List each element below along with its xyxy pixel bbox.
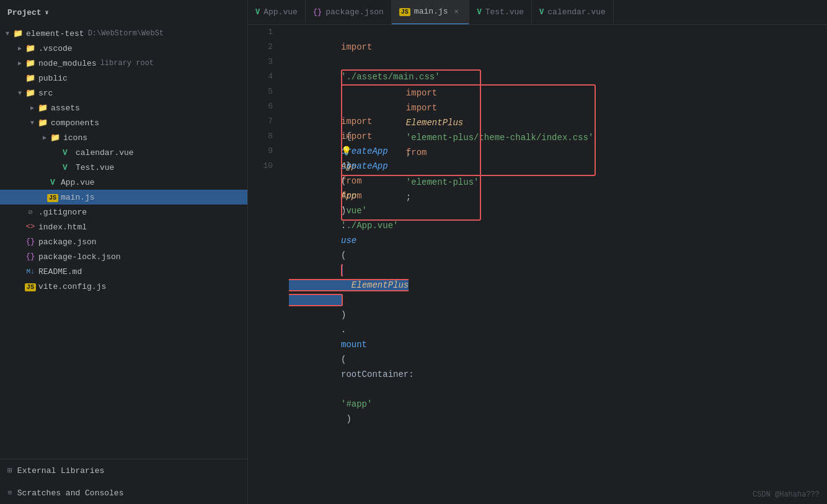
close-tab-button[interactable]: ✕	[451, 7, 461, 17]
tree-label-suffix: library root	[100, 59, 154, 68]
line-num-5: 5	[248, 84, 273, 99]
gitignore-icon: ⊘	[25, 208, 36, 217]
tab-app-vue[interactable]: V App.vue	[248, 0, 306, 25]
scratches-icon: ≡	[7, 489, 12, 498]
tree-item-vite-config[interactable]: JS vite.config.js	[0, 279, 247, 294]
tree-item-gitignore[interactable]: ⊘ .gitignore	[0, 205, 247, 219]
tree-item-readme[interactable]: M↓ README.md	[0, 264, 247, 279]
param-label: rootContainer:	[341, 369, 414, 379]
external-libraries-icon: ⊞	[7, 466, 12, 475]
string: 'element-plus'	[406, 177, 479, 187]
line-num-9: 9	[248, 144, 273, 159]
string-app: '#app'	[341, 399, 372, 409]
json-icon: {}	[25, 252, 36, 261]
vue-tab-icon: V	[477, 8, 481, 17]
keyword-import: import	[341, 42, 372, 52]
folder-icon: 📁	[25, 43, 36, 53]
tab-label: main.js	[414, 7, 448, 16]
tree-item-main-js[interactable]: JS main.js	[0, 190, 247, 205]
tree-item-assets[interactable]: ▶ 📁 assets	[0, 100, 247, 115]
tree-label: vite.config.js	[38, 282, 106, 291]
folder-icon: 📁	[25, 58, 36, 68]
punct: .	[341, 325, 346, 335]
tree-item-package-json[interactable]: {} package.json	[0, 234, 247, 249]
fn-use: use	[341, 236, 356, 245]
semicolon: ;	[406, 192, 411, 202]
tree-label: .gitignore	[38, 208, 87, 217]
line-num-3: 3	[248, 55, 273, 69]
arrow-icon: ▶	[40, 134, 50, 141]
tree-item-test-vue[interactable]: V Test.vue	[0, 160, 247, 175]
punct	[406, 162, 411, 172]
tree-label: components	[51, 118, 99, 128]
tree-item-icons[interactable]: ▶ 📁 icons	[0, 130, 247, 145]
sidebar-header[interactable]: Project ∨	[0, 0, 247, 25]
arrow-spacer	[15, 268, 25, 275]
arrow-spacer	[50, 164, 60, 171]
tree-item-src[interactable]: ▼ 📁 src	[0, 86, 247, 100]
tab-bar: V App.vue {} package.json JS main.js ✕ V…	[248, 0, 827, 25]
arrow-icon: ▶	[27, 104, 37, 112]
tree-label: main.js	[61, 193, 95, 202]
arrow-icon: ▶	[15, 45, 25, 52]
external-libraries-label: External Libraries	[17, 466, 104, 475]
arrow-spacer	[15, 209, 25, 216]
scratches-consoles-item[interactable]: ≡ Scratches and Consoles	[0, 482, 247, 504]
chevron-down-icon: ∨	[45, 9, 49, 16]
line-num-10: 10	[248, 159, 273, 174]
punct	[406, 133, 411, 143]
tree-item-app-vue[interactable]: V App.vue	[0, 175, 247, 190]
folder-icon: 📁	[25, 88, 36, 98]
line-num-1: 1	[248, 25, 273, 40]
line-num-2: 2	[248, 40, 273, 55]
tree-item-element-test[interactable]: ▼ 📁 element-test D:\WebStorm\WebSt	[0, 26, 247, 41]
tab-package-json[interactable]: {} package.json	[306, 0, 392, 25]
scratches-label: Scratches and Consoles	[17, 489, 124, 498]
tree-item-node-modules[interactable]: ▶ 📁 node_modules library root	[0, 56, 247, 71]
punct: (	[341, 250, 346, 260]
tree-item-components[interactable]: ▼ 📁 components	[0, 115, 247, 130]
html-icon: <>	[25, 223, 36, 231]
watermark: CSDN @Hahaha???	[753, 490, 820, 499]
vue-icon: V	[60, 163, 71, 172]
tree-label: index.html	[38, 223, 87, 232]
vue-tab-icon: V	[255, 8, 260, 17]
vue-tab-icon: V	[539, 8, 544, 17]
folder-icon: 📁	[37, 103, 48, 113]
tree-label: public	[38, 74, 68, 83]
tab-label: calendar.vue	[547, 7, 606, 17]
tree-label: package-lock.json	[38, 252, 121, 262]
tab-test-vue[interactable]: V Test.vue	[469, 0, 532, 25]
line-num-6: 6	[248, 99, 273, 114]
folder-icon: 📁	[50, 133, 61, 143]
highlight-elementplus: ElementPlus	[289, 264, 409, 306]
project-label: Project	[7, 8, 42, 17]
tab-main-js[interactable]: JS main.js ✕	[392, 0, 470, 25]
arrow-spacer	[37, 179, 47, 186]
tab-calendar-vue[interactable]: V calendar.vue	[532, 0, 614, 25]
tab-label: Test.vue	[485, 7, 524, 17]
code-content[interactable]: import './assets/main.css' import Elemen…	[279, 25, 827, 504]
md-icon: M↓	[25, 268, 36, 275]
file-tree: ▼ 📁 element-test D:\WebStorm\WebSt ▶ 📁 .…	[0, 25, 247, 459]
fn-mount: mount	[341, 340, 367, 350]
tree-label: package.json	[38, 237, 97, 247]
tree-label: node_modules	[38, 59, 97, 68]
folder-icon: 📁	[25, 73, 36, 83]
tree-item-index-html[interactable]: <> index.html	[0, 219, 247, 234]
tree-item-public[interactable]: 📁 public	[0, 71, 247, 86]
line-num-7: 7	[248, 114, 273, 129]
tree-item-package-lock-json[interactable]: {} package-lock.json	[0, 249, 247, 264]
arrow-icon: ▶	[15, 60, 25, 67]
sidebar-footer: ⊞ External Libraries ≡ Scratches and Con…	[0, 459, 247, 504]
folder-icon: 📁	[37, 118, 48, 128]
arrow-spacer	[15, 224, 25, 231]
tree-item-vscode[interactable]: ▶ 📁 .vscode	[0, 41, 247, 56]
external-libraries-item[interactable]: ⊞ External Libraries	[0, 459, 247, 482]
code-editor[interactable]: 1 2 3 4 5 6 7 8 9 10 import './assets/ma…	[248, 25, 827, 504]
tree-item-calendar-vue[interactable]: V calendar.vue	[0, 145, 247, 160]
arrow-icon	[15, 75, 25, 82]
tab-label: package.json	[325, 7, 384, 17]
punct: )	[341, 414, 352, 424]
js-tab-icon: JS	[399, 7, 410, 16]
